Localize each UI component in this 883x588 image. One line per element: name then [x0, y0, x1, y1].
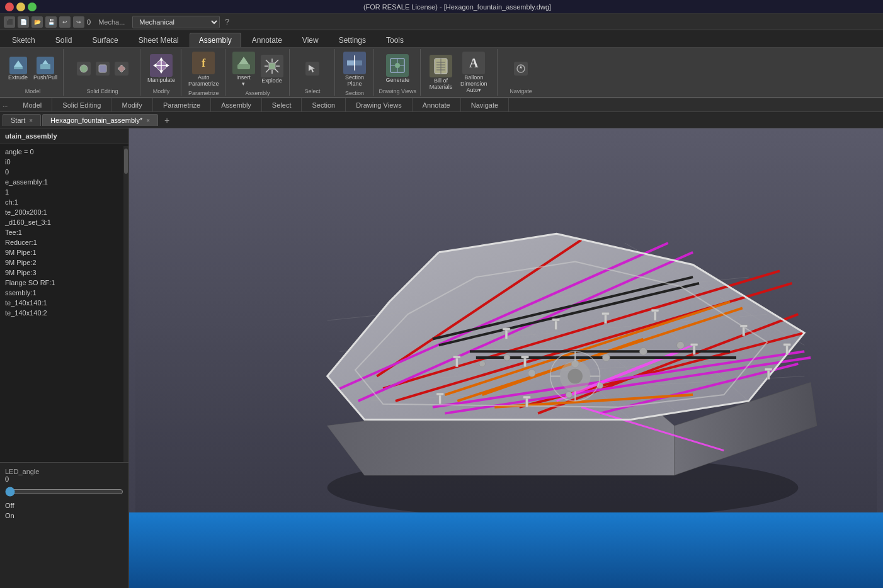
- svg-rect-87: [555, 320, 557, 330]
- svg-point-111: [567, 369, 583, 384]
- tab-settings[interactable]: Settings: [329, 33, 375, 47]
- tab-solid[interactable]: Solid: [46, 33, 82, 47]
- workspace-selector[interactable]: Mechanical Drafting & Annotation 3D Mode…: [132, 16, 220, 28]
- section-label-model[interactable]: Model: [13, 98, 52, 111]
- svg-marker-6: [118, 65, 125, 72]
- doc-tab-start[interactable]: Start ×: [3, 114, 41, 126]
- section-label-parametrize[interactable]: Parametrize: [153, 98, 211, 111]
- quick-access-toolbar: ⬛ 📄 📂 💾 ↩ ↪ 0 Mecha... Mechanical Drafti…: [0, 14, 883, 30]
- viewport[interactable]: [129, 128, 883, 588]
- tree-item-13[interactable]: Flange SO RF:1: [0, 278, 128, 288]
- svg-point-76: [528, 370, 535, 377]
- section-label-assembly[interactable]: Assembly: [211, 98, 262, 111]
- push-pull-button[interactable]: Push/Pull: [31, 55, 59, 82]
- qa-icon-save[interactable]: 💾: [45, 16, 57, 28]
- tab-sheet-metal[interactable]: Sheet Metal: [129, 33, 188, 47]
- svg-rect-97: [693, 345, 695, 354]
- parametrize-group-label: Parametrize: [188, 90, 219, 96]
- svg-rect-85: [505, 330, 508, 339]
- doc-tab-fountain[interactable]: Hexagon_fountain_assembly* ×: [42, 114, 158, 126]
- svg-rect-28: [347, 60, 355, 65]
- add-tab-button[interactable]: +: [159, 113, 174, 127]
- svg-rect-104: [523, 396, 531, 399]
- tree-item-10[interactable]: 9M Pipe:1: [0, 247, 128, 257]
- tree-item-8[interactable]: Tee:1: [0, 227, 128, 237]
- solid-btn-3[interactable]: [113, 60, 130, 77]
- explode-button[interactable]: Explode: [259, 54, 285, 86]
- svg-marker-10: [159, 57, 163, 60]
- section-plane-button[interactable]: SectionPlane: [341, 50, 368, 89]
- tab-tools[interactable]: Tools: [377, 33, 413, 47]
- drawing-views-group-label: Drawing Views: [379, 88, 416, 94]
- bill-materials-button[interactable]: Bill ofMaterials: [428, 54, 455, 92]
- qa-icon-new[interactable]: 📄: [18, 16, 29, 28]
- tree-item-11[interactable]: 9M Pipe:2: [0, 257, 128, 268]
- tree-item-3[interactable]: e_assembly:1: [0, 177, 128, 187]
- more-dots[interactable]: ...: [3, 101, 13, 108]
- minimize-button[interactable]: [16, 3, 25, 11]
- tree-item-9[interactable]: Reducer:1: [0, 237, 128, 247]
- svg-rect-106: [765, 368, 772, 371]
- tree-item-2[interactable]: 0: [0, 167, 128, 177]
- solid-btn-1[interactable]: [75, 60, 93, 77]
- doc-tab-fountain-close[interactable]: ×: [146, 117, 150, 124]
- svg-rect-17: [269, 63, 275, 69]
- model-group-label: Model: [25, 88, 41, 94]
- manipulate-button[interactable]: Manipulate: [145, 53, 177, 85]
- tab-surface[interactable]: Surface: [83, 33, 127, 47]
- tab-sketch[interactable]: Sketch: [3, 33, 45, 47]
- tab-assembly[interactable]: Assembly: [190, 33, 241, 47]
- extrude-button[interactable]: Extrude: [6, 55, 30, 82]
- tab-view[interactable]: View: [293, 33, 328, 47]
- led-angle-label: LED_angle: [5, 468, 123, 475]
- on-label: On: [5, 512, 123, 519]
- qa-icon-1[interactable]: ⬛: [4, 16, 15, 28]
- select-btn-1[interactable]: [304, 60, 321, 77]
- tree-item-7[interactable]: _d160_set_3:1: [0, 217, 128, 227]
- section-label-navigate[interactable]: Navigate: [461, 98, 509, 111]
- app-label: Mecha...: [98, 18, 125, 26]
- qa-icon-open[interactable]: 📂: [31, 16, 43, 28]
- section-label-solid-editing[interactable]: Solid Editing: [52, 98, 111, 111]
- solid-btn-2[interactable]: [94, 60, 111, 77]
- tree-item-4[interactable]: 1: [0, 187, 128, 197]
- qa-icon-redo[interactable]: ↪: [73, 16, 84, 28]
- window-controls[interactable]: [5, 3, 37, 11]
- tree-item-0[interactable]: angle = 0: [0, 147, 128, 157]
- angle-slider[interactable]: [5, 487, 123, 497]
- svg-point-79: [640, 348, 647, 355]
- tree-item-1[interactable]: i0: [0, 157, 128, 167]
- tree-scrollbar[interactable]: [123, 146, 128, 462]
- svg-rect-92: [651, 309, 659, 312]
- doc-tab-start-close[interactable]: ×: [29, 117, 33, 124]
- insert-button[interactable]: Insert▾: [231, 50, 257, 89]
- navigate-group-label: Navigate: [510, 88, 532, 94]
- on-row: On: [5, 512, 123, 519]
- svg-marker-1: [14, 60, 23, 67]
- navigate-btn[interactable]: [512, 60, 530, 77]
- maximize-button[interactable]: [28, 3, 37, 11]
- tree-item-5[interactable]: ch:1: [0, 197, 128, 207]
- tree-item-12[interactable]: 9M Pipe:3: [0, 268, 128, 278]
- tab-annotate[interactable]: Annotate: [242, 33, 292, 47]
- workspace-help[interactable]: ?: [225, 18, 229, 26]
- svg-rect-102: [436, 393, 444, 395]
- auto-param-button[interactable]: f AutoParametrize: [186, 50, 221, 89]
- close-button[interactable]: [5, 3, 14, 11]
- balloon-dim-button[interactable]: A Balloon DimensionAuto▾: [456, 50, 491, 95]
- document-tabs: Start × Hexagon_fountain_assembly* × +: [0, 112, 883, 128]
- tree-item-6[interactable]: te_200x200:1: [0, 207, 128, 217]
- generate-button[interactable]: Generate: [384, 53, 412, 85]
- tree-scrollbar-thumb[interactable]: [124, 149, 128, 174]
- tree-item-16[interactable]: te_140x140:2: [0, 308, 128, 318]
- generate-label: Generate: [386, 77, 410, 84]
- section-label-annotate[interactable]: Annotate: [413, 98, 461, 111]
- section-label-modify[interactable]: Modify: [111, 98, 152, 111]
- tree-item-15[interactable]: te_140x140:1: [0, 298, 128, 308]
- tree-item-14[interactable]: ssembly:1: [0, 288, 128, 298]
- qa-icon-undo[interactable]: ↩: [59, 16, 71, 28]
- section-label-section[interactable]: Section: [302, 98, 346, 111]
- section-label-drawing-views[interactable]: Drawing Views: [346, 98, 413, 111]
- section-group-label: Section: [345, 90, 364, 96]
- section-label-select[interactable]: Select: [262, 98, 302, 111]
